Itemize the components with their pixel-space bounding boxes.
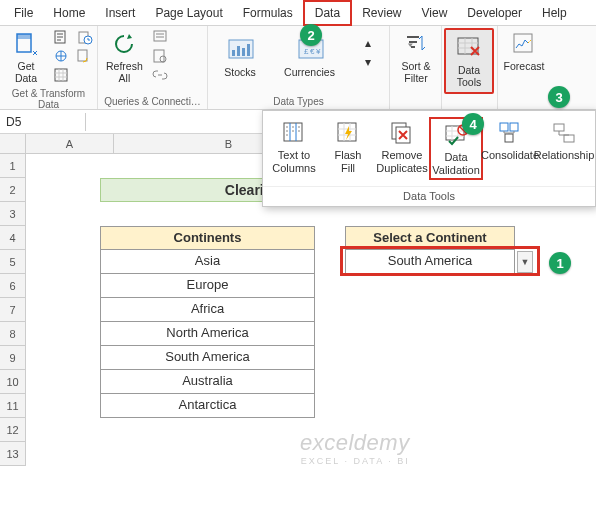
continent-cell[interactable]: Asia bbox=[100, 250, 315, 274]
get-data-button[interactable]: Get Data bbox=[4, 28, 48, 86]
from-table-icon bbox=[53, 67, 69, 83]
row-header[interactable]: 5 bbox=[0, 250, 26, 274]
recent-sources-button[interactable] bbox=[74, 28, 96, 46]
datatype-scroll-up[interactable]: ▴ bbox=[357, 34, 379, 52]
data-tools-group-label: Data Tools bbox=[263, 186, 595, 206]
edit-links-button[interactable] bbox=[149, 66, 171, 84]
data-tools-icon bbox=[455, 34, 483, 62]
existing-conn-button[interactable] bbox=[74, 47, 96, 65]
row-header[interactable]: 12 bbox=[0, 418, 26, 442]
step-badge-1: 1 bbox=[549, 252, 571, 274]
continent-cell[interactable]: North America bbox=[100, 322, 315, 346]
row-header[interactable]: 1 bbox=[0, 154, 26, 178]
data-tools-button[interactable]: Data Tools bbox=[444, 28, 494, 94]
menu-insert[interactable]: Insert bbox=[95, 2, 145, 24]
menu-page-layout[interactable]: Page Layout bbox=[145, 2, 232, 24]
continent-cell[interactable]: Europe bbox=[100, 274, 315, 298]
recent-icon bbox=[77, 29, 93, 45]
stocks-icon bbox=[226, 36, 254, 64]
svg-rect-32 bbox=[564, 135, 574, 142]
svg-rect-30 bbox=[505, 134, 513, 142]
menu-review[interactable]: Review bbox=[352, 2, 411, 24]
datatype-scroll-down[interactable]: ▾ bbox=[357, 53, 379, 71]
row-header[interactable]: 3 bbox=[0, 202, 26, 226]
svg-rect-28 bbox=[500, 123, 508, 131]
remove-duplicates-icon bbox=[388, 119, 416, 147]
row-header[interactable]: 7 bbox=[0, 298, 26, 322]
row-header[interactable]: 6 bbox=[0, 274, 26, 298]
from-table-button[interactable] bbox=[50, 66, 72, 84]
chevron-up-icon: ▴ bbox=[360, 35, 376, 51]
row-header[interactable]: 4 bbox=[0, 226, 26, 250]
menu-home[interactable]: Home bbox=[43, 2, 95, 24]
svg-text:£: £ bbox=[304, 47, 309, 56]
row-header[interactable]: 10 bbox=[0, 370, 26, 394]
properties-button[interactable] bbox=[149, 47, 171, 65]
svg-text:¥: ¥ bbox=[315, 47, 321, 56]
chevron-down-icon: ▼ bbox=[521, 257, 530, 267]
data-tools-panel: Text to Columns Flash Fill Remove Duplic… bbox=[262, 110, 596, 207]
row-header[interactable]: 13 bbox=[0, 442, 26, 466]
dropdown-arrow-button[interactable]: ▼ bbox=[517, 251, 533, 273]
menu-help[interactable]: Help bbox=[532, 2, 577, 24]
row-header[interactable]: 9 bbox=[0, 346, 26, 370]
step-badge-4: 4 bbox=[462, 113, 484, 135]
stocks-button[interactable]: Stocks bbox=[218, 34, 262, 80]
relationships-icon bbox=[550, 119, 578, 147]
row-header[interactable]: 11 bbox=[0, 394, 26, 418]
sort-filter-button[interactable]: Sort & Filter bbox=[394, 28, 438, 86]
svg-rect-15 bbox=[247, 44, 250, 56]
continent-cell[interactable]: Africa bbox=[100, 298, 315, 322]
remove-duplicates-button[interactable]: Remove Duplicates bbox=[375, 117, 429, 180]
step-badge-3: 3 bbox=[548, 86, 570, 108]
text-to-columns-button[interactable]: Text to Columns bbox=[267, 117, 321, 180]
connection-icon bbox=[77, 48, 93, 64]
menu-developer[interactable]: Developer bbox=[457, 2, 532, 24]
get-data-icon bbox=[12, 30, 40, 58]
col-header-a[interactable]: A bbox=[26, 134, 114, 153]
queries-button[interactable] bbox=[149, 28, 171, 46]
menu-bar: File Home Insert Page Layout Formulas Da… bbox=[0, 0, 596, 26]
svg-rect-14 bbox=[242, 48, 245, 56]
queries-icon bbox=[152, 29, 168, 45]
menu-data[interactable]: Data bbox=[303, 0, 352, 26]
group-get-transform: Get & Transform Data bbox=[4, 86, 93, 112]
menu-file[interactable]: File bbox=[4, 2, 43, 24]
forecast-button[interactable]: Forecast bbox=[502, 28, 546, 74]
sort-filter-icon bbox=[402, 30, 430, 58]
continent-cell[interactable]: Australia bbox=[100, 370, 315, 394]
row-header[interactable]: 8 bbox=[0, 322, 26, 346]
continent-cell[interactable]: Antarctica bbox=[100, 394, 315, 418]
consolidate-button[interactable]: Consolidate bbox=[483, 117, 537, 180]
svg-point-10 bbox=[160, 56, 166, 62]
name-box[interactable]: D5 bbox=[0, 113, 86, 131]
svg-rect-8 bbox=[154, 31, 166, 41]
svg-rect-13 bbox=[237, 46, 240, 56]
continent-cell[interactable]: South America bbox=[100, 346, 315, 370]
menu-formulas[interactable]: Formulas bbox=[233, 2, 303, 24]
row-header[interactable]: 2 bbox=[0, 178, 26, 202]
flash-fill-button[interactable]: Flash Fill bbox=[321, 117, 375, 180]
relationships-button[interactable]: Relationship bbox=[537, 117, 591, 180]
group-data-types: Data Types bbox=[212, 94, 385, 109]
ribbon: Get Data Get & Transform Data Refresh Al… bbox=[0, 26, 596, 110]
svg-rect-31 bbox=[554, 124, 564, 131]
svg-rect-1 bbox=[17, 34, 31, 39]
from-text-icon bbox=[53, 29, 69, 45]
refresh-all-button[interactable]: Refresh All bbox=[102, 28, 147, 86]
svg-rect-12 bbox=[232, 50, 235, 56]
consolidate-icon bbox=[496, 119, 524, 147]
refresh-icon bbox=[110, 30, 138, 58]
svg-rect-4 bbox=[55, 69, 67, 81]
selected-continent-cell[interactable]: South America bbox=[345, 250, 515, 274]
from-web-button[interactable] bbox=[50, 47, 72, 65]
select-continent-header: Select a Continent bbox=[345, 226, 515, 250]
from-text-csv-button[interactable] bbox=[50, 28, 72, 46]
from-web-icon bbox=[53, 48, 69, 64]
chevron-down-icon: ▾ bbox=[360, 54, 376, 70]
menu-view[interactable]: View bbox=[412, 2, 458, 24]
svg-rect-29 bbox=[510, 123, 518, 131]
group-queries: Queries & Connecti… bbox=[102, 94, 203, 109]
svg-rect-22 bbox=[284, 123, 302, 141]
links-icon bbox=[152, 67, 168, 83]
